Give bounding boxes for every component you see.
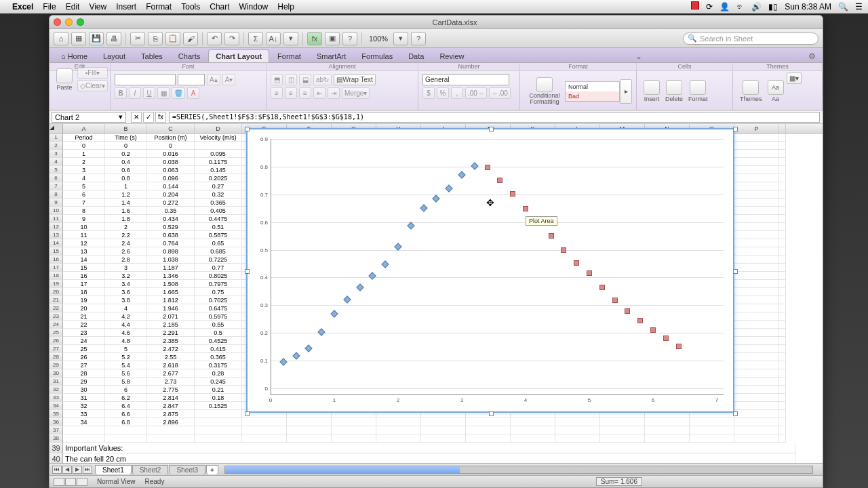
data-cell[interactable]: 20 (63, 304, 105, 312)
data-point[interactable] (625, 308, 630, 314)
data-cell[interactable]: 19 (63, 296, 105, 304)
ribbon-collapse-icon[interactable]: ⌄ (633, 50, 645, 62)
data-cell[interactable]: 18 (63, 288, 105, 296)
data-cell[interactable]: 0.405 (195, 207, 242, 215)
grid[interactable]: ◢ABCDEFGHIJKLMNOP 1PeriodTime (s)Positio… (50, 124, 823, 463)
data-point[interactable] (612, 298, 618, 303)
data-cell[interactable]: 13 (63, 247, 105, 256)
data-cell[interactable]: 1.946 (147, 304, 195, 312)
data-cell[interactable]: 11 (63, 231, 105, 239)
data-cell[interactable]: 2.6 (105, 247, 147, 256)
data-cell[interactable] (195, 410, 242, 418)
data-point[interactable] (587, 270, 592, 276)
resize-handle[interactable] (489, 411, 494, 416)
format-cells[interactable]: Format (686, 73, 711, 110)
fill-button[interactable]: ▪Fill▾ (77, 67, 108, 79)
zoom-level[interactable]: 100% (369, 35, 388, 43)
data-cell[interactable] (195, 418, 242, 426)
data-point[interactable] (318, 329, 326, 336)
data-point[interactable] (369, 272, 376, 280)
data-cell[interactable]: 4.6 (105, 329, 147, 337)
clear-button[interactable]: ◇Clear▾ (77, 80, 108, 92)
resize-handle[interactable] (733, 411, 738, 416)
menu-format[interactable]: Format (146, 2, 172, 12)
insert-cells[interactable]: Insert (641, 73, 663, 110)
number-format[interactable] (422, 74, 509, 85)
data-cell[interactable]: 29 (63, 378, 105, 386)
data-cell[interactable]: 0.365 (195, 199, 242, 207)
resize-handle[interactable] (489, 127, 494, 131)
data-cell[interactable]: 6.6 (105, 410, 147, 418)
data-point[interactable] (279, 358, 287, 365)
paste-vert[interactable]: Paste (54, 67, 75, 92)
prev-sheet[interactable]: ◀ (62, 466, 72, 474)
menu-icon[interactable]: ☰ (855, 2, 863, 12)
data-cell[interactable]: 3.6 (105, 288, 147, 296)
wrap-button[interactable]: ▤ Wrap Text (334, 74, 376, 85)
filter-button[interactable]: ▾ (283, 32, 298, 45)
home-button[interactable]: ⌂ (54, 32, 68, 45)
fmt-painter-button[interactable]: 🖌 (183, 32, 198, 45)
data-cell[interactable]: 0.638 (147, 231, 195, 239)
dec-dec[interactable]: ←.00 (489, 87, 511, 99)
tab-charts[interactable]: Charts (171, 49, 208, 62)
data-cell[interactable]: 4.8 (105, 337, 147, 345)
data-point[interactable] (663, 336, 669, 341)
data-cell[interactable]: 2.677 (147, 369, 195, 378)
tab-chart-layout[interactable]: Chart Layout (208, 49, 269, 62)
data-cell[interactable]: 9 (63, 215, 105, 223)
data-cell[interactable]: 0.21 (195, 386, 242, 394)
data-cell[interactable]: 1.665 (147, 288, 195, 296)
data-cell[interactable]: 1.2 (105, 190, 147, 199)
data-point[interactable] (292, 352, 300, 359)
menu-edit[interactable]: Edit (66, 2, 80, 12)
sheet-tab-sheet3[interactable]: Sheet3 (169, 465, 205, 474)
view-break[interactable] (77, 478, 87, 486)
data-cell[interactable]: 2.4 (105, 239, 147, 247)
data-cell[interactable]: 0.144 (147, 182, 195, 190)
data-cell[interactable]: 4 (63, 174, 105, 182)
data-cell[interactable]: 27 (63, 361, 105, 369)
data-cell[interactable] (195, 142, 242, 150)
tab-formulas[interactable]: Formulas (354, 49, 400, 62)
data-cell[interactable]: 0.685 (195, 247, 242, 256)
data-cell[interactable]: 0.6 (105, 166, 147, 174)
data-point[interactable] (407, 222, 414, 229)
volume-icon[interactable]: 🔊 (751, 2, 762, 12)
data-cell[interactable]: 0.28 (195, 369, 242, 378)
header-cell[interactable]: Period (63, 134, 105, 142)
copy-button[interactable]: ⎘ (148, 32, 163, 45)
data-point[interactable] (471, 162, 478, 169)
col-[interactable] (779, 124, 786, 133)
data-cell[interactable]: 0.016 (147, 150, 195, 158)
cell-styles[interactable]: NormalBad (565, 81, 620, 102)
data-cell[interactable]: 0.434 (147, 215, 195, 223)
data-cell[interactable]: 0.272 (147, 199, 195, 207)
close-icon[interactable] (54, 18, 61, 26)
name-box[interactable]: Chart 2▾ (52, 112, 126, 123)
data-cell[interactable]: 28 (63, 369, 105, 378)
data-point[interactable] (433, 195, 440, 202)
data-point[interactable] (485, 165, 490, 170)
resize-handle[interactable] (733, 127, 738, 131)
chart-object[interactable]: 00.10.20.30.40.50.60.70.80.901234567 Plo… (246, 128, 734, 413)
data-cell[interactable]: 0.3175 (195, 361, 242, 369)
data-cell[interactable]: 2.73 (147, 378, 195, 386)
bold-button[interactable]: B (115, 87, 127, 99)
print-button[interactable]: 🖶 (106, 32, 121, 45)
indent-l[interactable]: ⇤ (313, 87, 326, 99)
data-cell[interactable]: 8 (63, 207, 105, 215)
data-point[interactable] (330, 310, 338, 317)
border-button[interactable]: ▦ (157, 87, 170, 99)
data-cell[interactable]: 0.18 (195, 394, 242, 402)
col-P[interactable]: P (734, 124, 779, 133)
data-cell[interactable]: 32 (63, 402, 105, 410)
data-cell[interactable]: 0.7975 (195, 280, 242, 288)
data-cell[interactable]: 15 (63, 264, 105, 272)
help2-button[interactable]: ? (411, 32, 426, 45)
data-cell[interactable]: 2.2 (105, 231, 147, 239)
data-point[interactable] (497, 178, 502, 183)
header-cell[interactable]: Velocity (m/s) (195, 134, 242, 142)
data-point[interactable] (561, 247, 566, 253)
data-cell[interactable]: 0 (63, 142, 105, 150)
